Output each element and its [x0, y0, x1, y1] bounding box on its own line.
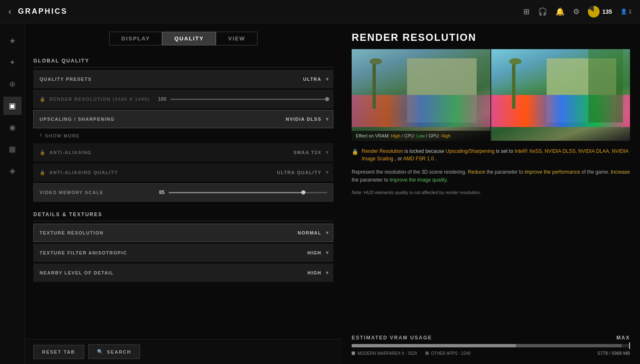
gpu-high: High: [441, 133, 451, 138]
upscaling-row[interactable]: UPSCALING / SHARPENING NVIDIA DLSS ▾: [33, 110, 333, 128]
texture-resolution-value: NORMAL ▾: [298, 230, 333, 236]
chevron-down-icon: ▾: [326, 116, 329, 122]
chevron-down-icon: ▾: [326, 170, 329, 175]
nearby-lod-row[interactable]: NEARBY LEVEL OF DETAIL HIGH ▾: [33, 264, 333, 282]
global-quality-header: GLOBAL QUALITY: [33, 54, 333, 67]
tab-view[interactable]: VIEW: [216, 32, 257, 45]
vram-fill-mw: [352, 344, 516, 347]
video-memory-row[interactable]: VIDEO MEMORY SCALE 85: [33, 183, 333, 202]
sidebar: ★ ✦ ⊕ ▣ ◉ ▦ ◈: [0, 23, 25, 364]
search-button[interactable]: 🔍 SEARCH: [88, 344, 140, 359]
vram-dot-mw: [352, 352, 355, 355]
tabs-bar: DISPLAY QUALITY VIEW: [33, 32, 333, 45]
page-title: GRAPHICS: [18, 7, 523, 16]
nearby-lod-value: HIGH ▾: [308, 270, 333, 276]
reset-tab-button[interactable]: RESET TAB: [33, 345, 84, 359]
vram-mw-text: MODERN WARFARE® II : 3529: [358, 351, 417, 356]
vram-dot-other: [425, 352, 429, 355]
image-comparison: Effect on VRAM: High / CPU: Low / GPU: H…: [352, 49, 630, 141]
chevron-down-icon: ▾: [326, 270, 329, 276]
coins-display[interactable]: 135: [588, 6, 612, 17]
vram-high: High: [391, 133, 400, 138]
vram-bar: [352, 344, 630, 347]
upscaling-label: UPSCALING / SHARPENING: [34, 117, 286, 122]
coin-icon: [588, 6, 600, 17]
sidebar-item-display[interactable]: ▦: [3, 140, 22, 158]
back-button[interactable]: ‹: [8, 6, 11, 17]
search-icon: 🔍: [97, 349, 104, 354]
anti-aliasing-value: SMAA T2X ▾: [293, 150, 333, 155]
players-display: 👤 1: [620, 8, 632, 15]
effect-label: Effect on VRAM: High / CPU: Low / GPU: H…: [352, 131, 490, 141]
warning-box: 🔒 Render Resolution is locked because Up…: [352, 147, 630, 162]
coins-value: 135: [602, 8, 612, 15]
image-before: Effect on VRAM: High / CPU: Low / GPU: H…: [352, 49, 490, 141]
render-resolution-label: 🔒 RENDER RESOLUTION (3440 X 1440): [40, 97, 150, 102]
vram-labels: MODERN WARFARE® II : 3529 OTHER APPS : 2…: [352, 351, 630, 356]
sidebar-item-graphics[interactable]: ▣: [3, 97, 22, 115]
desc-improve-perf: improve the performance: [525, 169, 580, 175]
video-memory-value: 85: [148, 189, 165, 195]
quality-presets-row[interactable]: QUALITY PRESETS ULTRA ▾: [33, 70, 333, 88]
details-textures-header: DETAILS & TEXTURES: [33, 207, 333, 221]
lock-icon: 🔒: [40, 97, 46, 102]
warning-link2: Upscaling/Sharpening: [445, 148, 494, 154]
anti-aliasing-quality-value: ULTRA QUALITY ▾: [277, 170, 333, 175]
nearby-lod-label: NEARBY LEVEL OF DETAIL: [34, 270, 308, 275]
lock-icon: 🔒: [352, 148, 358, 156]
video-memory-slider[interactable]: [169, 192, 327, 193]
texture-filter-row[interactable]: TEXTURE FILTER ANISOTROPIC HIGH ▾: [33, 244, 333, 262]
chevron-down-icon: ▾: [326, 250, 329, 256]
vram-total: 5778 / 5968 MB: [598, 351, 630, 356]
sidebar-item-star[interactable]: ★: [3, 32, 22, 50]
show-more-row[interactable]: └ SHOW MORE: [33, 130, 333, 142]
warning-amd: AMD FSR 1.0: [403, 156, 434, 162]
warning-link1: Render Resolution: [362, 148, 403, 154]
vram-max-label: MAX: [616, 335, 630, 341]
main-content: DISPLAY QUALITY VIEW GLOBAL QUALITY QUAL…: [25, 23, 640, 364]
vram-section: ESTIMATED VRAM USAGE MAX MODERN WARFARE®…: [352, 331, 630, 356]
image-after: [491, 49, 630, 141]
lock-icon: 🔒: [40, 170, 46, 175]
anti-aliasing-quality-row: 🔒 ANTI-ALIASING QUALITY ULTRA QUALITY ▾: [33, 163, 333, 182]
sidebar-item-gamepad[interactable]: ⊕: [3, 75, 22, 93]
texture-resolution-label: TEXTURE RESOLUTION: [34, 230, 298, 235]
vram-fill-other: [516, 344, 622, 347]
header-icons: ⊞ 🎧 🔔 ⚙ 135 👤 1: [523, 6, 632, 17]
vram-label-mw: MODERN WARFARE® II : 3529: [352, 351, 417, 356]
vram-header: ESTIMATED VRAM USAGE MAX: [352, 335, 630, 341]
grid-icon[interactable]: ⊞: [523, 7, 530, 16]
sidebar-item-audio[interactable]: ◉: [3, 118, 22, 137]
tab-display[interactable]: DISPLAY: [109, 32, 162, 45]
render-resolution-row: 🔒 RENDER RESOLUTION (3440 X 1440) 100: [33, 90, 333, 108]
render-resolution-slider[interactable]: [170, 99, 327, 100]
quality-presets-label: QUALITY PRESETS: [34, 77, 303, 82]
warning-text: Render Resolution is locked because Upsc…: [362, 147, 630, 162]
texture-filter-label: TEXTURE FILTER ANISOTROPIC: [34, 250, 308, 255]
search-label: SEARCH: [107, 349, 131, 354]
vram-other-text: OTHER APPS : 2249: [431, 351, 471, 356]
vram-label-other: OTHER APPS : 2249: [425, 351, 471, 356]
lock-icon: 🔒: [40, 150, 46, 155]
quality-presets-value: ULTRA ▾: [303, 76, 333, 82]
upscaling-value: NVIDIA DLSS ▾: [286, 116, 333, 122]
cpu-low: Low: [416, 133, 425, 138]
chevron-down-icon: ▾: [326, 230, 329, 236]
desc-increase: Increase: [611, 169, 630, 175]
player-icon: 👤: [620, 8, 627, 15]
gear-icon[interactable]: ⚙: [573, 7, 580, 16]
headphone-icon[interactable]: 🎧: [538, 7, 547, 16]
header: ‹ GRAPHICS ⊞ 🎧 🔔 ⚙ 135 👤 1: [0, 0, 640, 23]
sidebar-item-alt1[interactable]: ✦: [3, 53, 22, 72]
desc-reduce: Reduce: [468, 169, 485, 175]
desc-improve-quality: improve the image quality.: [390, 177, 448, 183]
info-title: RENDER RESOLUTION: [352, 32, 630, 43]
anti-aliasing-quality-label: 🔒 ANTI-ALIASING QUALITY: [34, 170, 277, 175]
sidebar-item-network[interactable]: ◈: [3, 162, 22, 180]
players-count: 1: [629, 8, 632, 15]
texture-resolution-row[interactable]: TEXTURE RESOLUTION NORMAL ▾: [33, 224, 333, 242]
bottom-bar: RESET TAB 🔍 SEARCH: [25, 339, 342, 364]
note-text: Note: HUD elements quality is not affect…: [352, 190, 630, 195]
tab-quality[interactable]: QUALITY: [162, 32, 216, 45]
bell-icon[interactable]: 🔔: [555, 7, 565, 16]
